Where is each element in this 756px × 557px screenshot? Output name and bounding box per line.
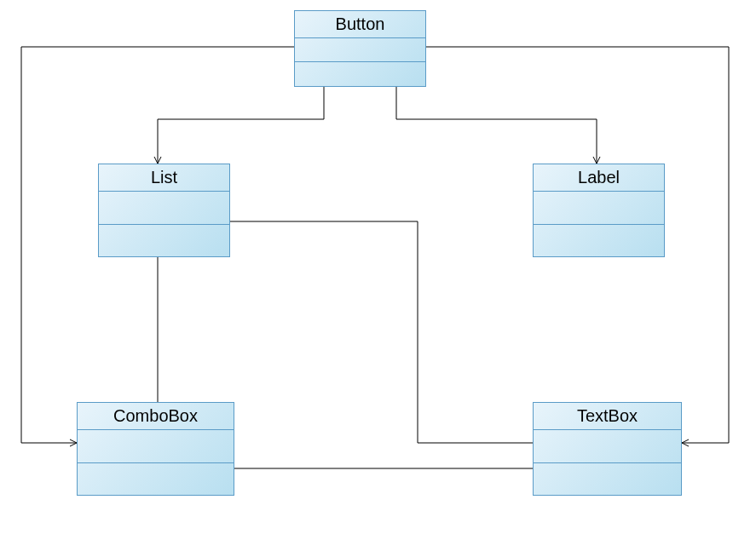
node-list-title: List <box>99 164 229 192</box>
node-textbox-title: TextBox <box>534 403 681 430</box>
node-list-ops <box>99 225 229 257</box>
node-button-title: Button <box>295 11 425 38</box>
node-label-ops <box>534 225 664 257</box>
edge-button-list <box>158 87 324 164</box>
node-textbox-ops <box>534 463 681 496</box>
node-label: Label <box>533 164 665 257</box>
edge-button-label <box>396 87 597 164</box>
node-textbox: TextBox <box>533 402 682 496</box>
node-combobox-attrs <box>78 430 234 463</box>
diagram-canvas: Button List Label ComboBox TextBox <box>0 0 756 557</box>
node-list: List <box>98 164 230 257</box>
node-button-ops <box>295 62 425 86</box>
node-combobox-ops <box>78 463 234 496</box>
node-combobox: ComboBox <box>77 402 234 496</box>
node-label-attrs <box>534 192 664 225</box>
node-button-attrs <box>295 38 425 62</box>
node-label-title: Label <box>534 164 664 192</box>
node-button: Button <box>294 10 426 87</box>
node-textbox-attrs <box>534 430 681 463</box>
node-combobox-title: ComboBox <box>78 403 234 430</box>
node-list-attrs <box>99 192 229 225</box>
edge-list-textbox <box>230 221 533 443</box>
